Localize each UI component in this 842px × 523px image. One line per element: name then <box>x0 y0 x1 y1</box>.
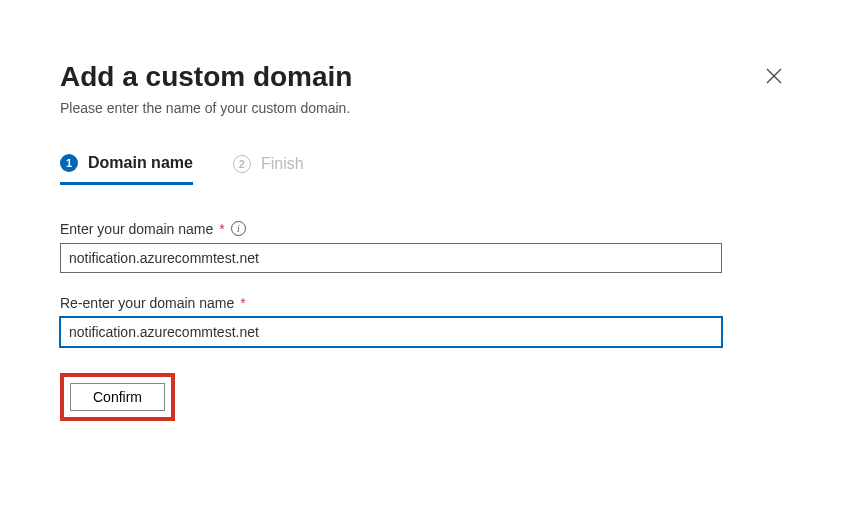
reenter-domain-label: Re-enter your domain name <box>60 295 234 311</box>
page-title: Add a custom domain <box>60 60 352 94</box>
wizard-steps: 1 Domain name 2 Finish <box>60 154 782 185</box>
step-badge-1: 1 <box>60 154 78 172</box>
info-icon[interactable]: i <box>231 221 246 236</box>
step-finish[interactable]: 2 Finish <box>233 154 304 185</box>
step-badge-2: 2 <box>233 155 251 173</box>
step-label-1: Domain name <box>88 154 193 172</box>
confirm-button[interactable]: Confirm <box>70 383 165 411</box>
page-subtitle: Please enter the name of your custom dom… <box>60 100 352 116</box>
step-domain-name[interactable]: 1 Domain name <box>60 154 193 185</box>
step-label-2: Finish <box>261 155 304 173</box>
required-indicator: * <box>240 295 245 311</box>
confirm-highlight-box: Confirm <box>60 373 175 421</box>
close-icon[interactable] <box>766 68 782 84</box>
domain-name-input[interactable] <box>60 243 722 273</box>
domain-name-label: Enter your domain name <box>60 221 213 237</box>
required-indicator: * <box>219 221 224 237</box>
reenter-domain-input[interactable] <box>60 317 722 347</box>
